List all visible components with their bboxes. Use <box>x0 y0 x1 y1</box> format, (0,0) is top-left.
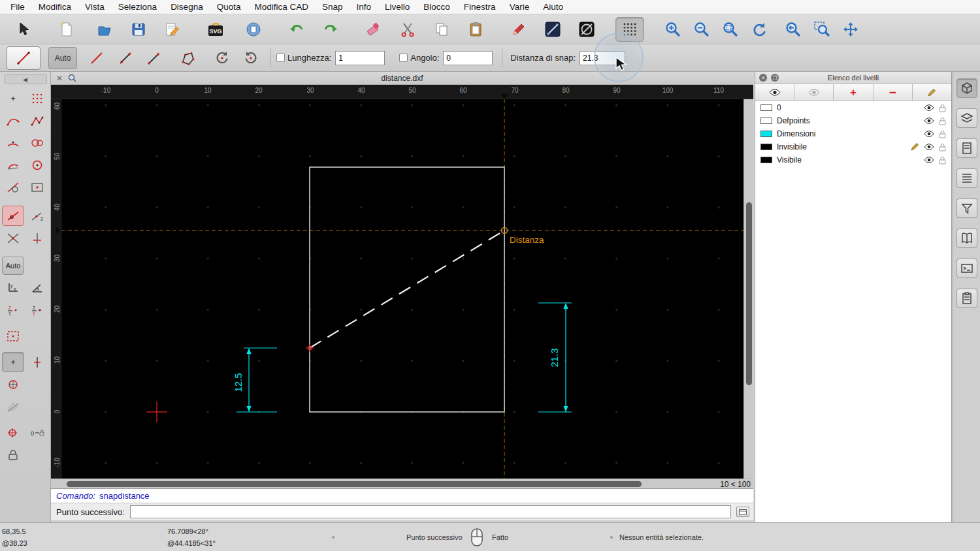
restrict-double-button[interactable]: 21 <box>26 300 48 320</box>
open-file-button[interactable] <box>90 17 119 42</box>
menu-quota[interactable]: Quota <box>217 2 241 12</box>
show-all-layers-button[interactable] <box>755 84 794 101</box>
dock-toggle-selection-filter[interactable] <box>956 198 977 218</box>
polyline-tool-button[interactable] <box>26 110 48 131</box>
layer-row-defpoints[interactable]: Defpoints <box>755 114 951 127</box>
edit-layer-button[interactable] <box>913 84 951 101</box>
restrict-half-button[interactable]: 21 <box>2 300 24 320</box>
vscroll-thumb[interactable] <box>746 202 752 385</box>
visibility-eye-icon[interactable] <box>924 117 934 125</box>
lock-icon[interactable] <box>939 117 946 125</box>
zoom-previous-button[interactable] <box>779 17 808 42</box>
snap-middle-button[interactable]: 2 <box>26 206 48 226</box>
dock-toggle-layer-list[interactable] <box>956 108 977 128</box>
angle-checkbox[interactable] <box>399 54 408 62</box>
restrict-zero-button[interactable]: 0 <box>26 422 48 443</box>
layer-color-swatch[interactable] <box>760 104 772 111</box>
menu-file[interactable]: File <box>10 2 25 12</box>
snap-auto-button[interactable]: Auto <box>2 257 24 275</box>
tangent-line-tool-button[interactable] <box>2 177 24 197</box>
active-tool-button[interactable] <box>7 46 41 70</box>
layer-color-swatch[interactable] <box>760 118 772 124</box>
menu-modifica-cad[interactable]: Modifica CAD <box>254 2 308 12</box>
menu-modifica[interactable]: Modifica <box>39 2 71 12</box>
add-layer-button[interactable]: + <box>834 84 873 101</box>
menu-info[interactable]: Info <box>357 2 372 12</box>
arc-tool-button[interactable] <box>2 133 24 153</box>
line-tool-button[interactable] <box>538 17 567 42</box>
rotate-left-button[interactable] <box>208 46 237 71</box>
snap-intersection-button[interactable] <box>2 228 24 248</box>
point-tool-button[interactable]: + <box>2 88 24 108</box>
delete-button[interactable] <box>359 17 388 42</box>
snap-endpoint-button[interactable] <box>26 352 48 372</box>
save-button[interactable] <box>124 17 153 42</box>
lock-icon[interactable] <box>939 143 946 151</box>
ellipse-tool-button[interactable] <box>572 17 601 42</box>
rect-point-tool-button[interactable] <box>26 177 48 197</box>
zoom-pan-button[interactable] <box>836 17 865 42</box>
collapse-toolbar-button[interactable]: ◀ <box>4 74 47 84</box>
visibility-eye-icon[interactable] <box>924 156 934 164</box>
lock-relative-zero-button[interactable] <box>2 445 24 465</box>
hscroll-thumb[interactable] <box>67 481 642 487</box>
snap-distance-input[interactable] <box>580 51 625 65</box>
snap-distance-button[interactable] <box>2 206 24 226</box>
layer-color-swatch[interactable] <box>760 144 772 150</box>
zoom-in-button[interactable] <box>659 17 687 42</box>
arc-tangent-tool-button[interactable] <box>2 155 24 175</box>
line-two-points-button[interactable] <box>82 46 111 71</box>
layer-row-visibile[interactable]: Visibile <box>755 153 951 166</box>
menu-disegna[interactable]: Disegna <box>171 2 203 12</box>
menu-seleziona[interactable]: Seleziona <box>118 2 157 12</box>
snap-reference-button[interactable] <box>2 422 24 443</box>
coord-polar-button[interactable]: a <box>26 277 48 298</box>
zoom-redraw-button[interactable] <box>745 17 774 42</box>
visibility-eye-icon[interactable] <box>924 130 934 138</box>
layer-row-0[interactable]: 0 <box>755 101 951 114</box>
point-grid-tool-button[interactable] <box>26 88 48 108</box>
dock-toggle-block-list[interactable] <box>956 138 977 158</box>
circle-tool-button[interactable] <box>26 133 48 153</box>
select-window-button[interactable] <box>2 326 24 346</box>
horizontal-scrollbar[interactable]: 10 < 100 <box>51 479 753 488</box>
paste-button[interactable] <box>461 17 490 42</box>
lock-icon[interactable] <box>939 130 946 138</box>
copy-button[interactable] <box>427 17 456 42</box>
cut-button[interactable] <box>393 17 422 42</box>
dock-toggle-clipboard-panel[interactable] <box>956 289 977 308</box>
snap-center-button[interactable] <box>2 374 24 394</box>
circle-center-tool-button[interactable] <box>26 155 48 175</box>
float-panel-button[interactable]: ❐ <box>771 74 779 82</box>
polygon-button[interactable] <box>174 46 203 71</box>
zoom-out-button[interactable] <box>687 17 716 42</box>
new-file-button[interactable] <box>52 17 81 42</box>
drawing-canvas[interactable]: 12.5 21.3 Distanza <box>61 99 743 479</box>
angle-input[interactable] <box>443 51 493 65</box>
menu-vista[interactable]: Vista <box>85 2 105 12</box>
dock-toggle-command-line[interactable] <box>956 259 977 278</box>
svg-export-button[interactable]: SVG <box>201 17 230 42</box>
layer-color-swatch[interactable] <box>760 157 772 163</box>
angle-hatch-button[interactable] <box>2 396 24 417</box>
dock-command-button[interactable] <box>736 507 749 517</box>
dock-toggle-property-editor[interactable] <box>956 78 977 98</box>
zoom-auto-button[interactable] <box>716 17 745 42</box>
dimension-right[interactable]: 21.3 <box>538 303 572 412</box>
undo-button[interactable] <box>282 17 311 42</box>
hide-all-layers-button[interactable] <box>794 84 834 101</box>
dock-toggle-library-browser[interactable] <box>956 228 977 248</box>
dock-toggle-view-list[interactable] <box>956 168 977 188</box>
menu-finestra[interactable]: Finestra <box>464 2 496 12</box>
length-checkbox[interactable] <box>276 54 285 62</box>
draw-pen-button[interactable] <box>504 17 533 42</box>
vertical-scrollbar[interactable] <box>743 99 753 479</box>
view-icon[interactable] <box>68 74 76 82</box>
visibility-eye-icon[interactable] <box>924 104 934 112</box>
coord-cartesian-button[interactable]: yx <box>2 277 24 298</box>
menu-varie[interactable]: Varie <box>510 2 530 12</box>
remove-layer-button[interactable]: − <box>874 84 913 101</box>
close-document-button[interactable]: ✕ <box>55 74 64 83</box>
close-panel-button[interactable]: ✕ <box>759 74 767 82</box>
menu-snap[interactable]: Snap <box>322 2 343 12</box>
